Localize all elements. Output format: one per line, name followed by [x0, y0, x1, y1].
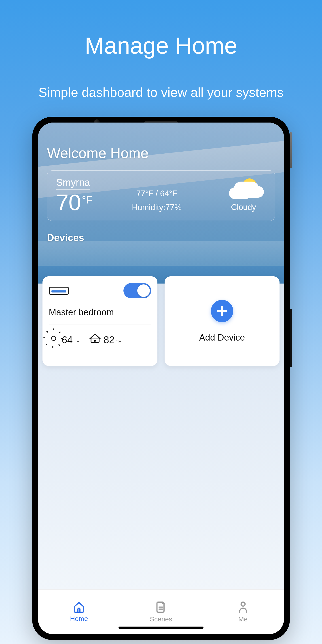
weather-humidity: Humidity:77%	[92, 203, 221, 212]
add-device-label: Add Device	[199, 332, 245, 342]
weather-location: Smyrna	[56, 177, 90, 190]
home-icon	[73, 602, 85, 613]
plus-icon	[211, 300, 233, 322]
welcome-title: Welcome Home	[47, 145, 275, 162]
device-grid: Master bedroom	[38, 276, 284, 366]
weather-hi-lo: 77°F / 64°F	[92, 189, 221, 198]
phone-frame: Welcome Home Smyrna 70 °F 77°F / 64°F Hu…	[32, 117, 290, 640]
weather-condition: Cloudy	[231, 202, 256, 212]
person-icon	[238, 601, 248, 613]
tab-home[interactable]: Home	[38, 590, 120, 634]
divider	[49, 324, 151, 324]
promo-title: Manage Home	[0, 32, 322, 59]
house-icon	[90, 334, 100, 343]
weather-card[interactable]: Smyrna 70 °F 77°F / 64°F Humidity:77% Cl	[47, 170, 275, 221]
hero-section: Welcome Home Smyrna 70 °F 77°F / 64°F Hu…	[38, 122, 284, 284]
outside-temp: 64	[62, 334, 73, 346]
tab-me[interactable]: Me	[202, 590, 284, 634]
sun-icon	[49, 334, 58, 343]
cloudy-icon	[229, 178, 258, 201]
inside-temp: 82	[104, 334, 114, 346]
weather-temp-unit: °F	[82, 194, 92, 206]
document-icon	[156, 601, 166, 613]
promo-subtitle: Simple dashboard to view all your system…	[0, 84, 322, 101]
home-indicator[interactable]	[118, 626, 204, 629]
outside-temp-unit: °F	[74, 339, 80, 344]
tab-home-label: Home	[70, 615, 88, 622]
device-power-toggle[interactable]	[124, 283, 151, 298]
phone-camera-cluster	[128, 116, 194, 124]
ac-unit-icon	[49, 287, 69, 295]
device-name: Master bedroom	[49, 307, 151, 317]
devices-section-title: Devices	[47, 232, 275, 243]
device-card-master-bedroom[interactable]: Master bedroom	[42, 276, 158, 366]
add-device-card[interactable]: Add Device	[164, 276, 280, 366]
inside-temp-unit: °F	[116, 339, 121, 344]
svg-point-2	[241, 602, 245, 606]
tab-me-label: Me	[238, 616, 248, 623]
tab-scenes-label: Scenes	[150, 616, 172, 623]
weather-temp: 70	[56, 191, 81, 214]
app-screen: Welcome Home Smyrna 70 °F 77°F / 64°F Hu…	[38, 122, 284, 634]
